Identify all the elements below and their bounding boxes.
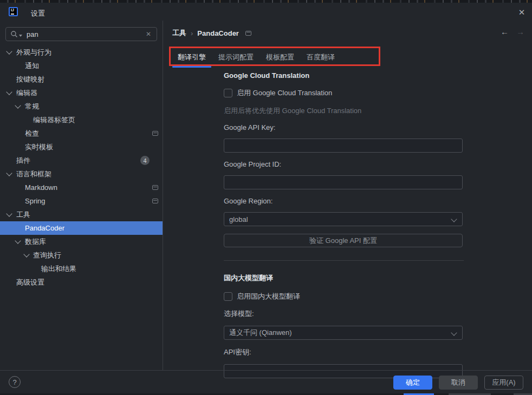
window-icon: [152, 199, 158, 203]
forward-arrow-icon: →: [516, 27, 524, 36]
search-query-text: pan: [27, 30, 145, 38]
google-region-select[interactable]: global: [224, 212, 463, 226]
breadcrumb-separator: ›: [191, 29, 193, 37]
chevron-down-icon: [6, 48, 12, 54]
chevron-down-icon: [6, 210, 12, 216]
sidebar-item-live-templates[interactable]: 实时模板: [0, 140, 163, 154]
apply-button[interactable]: 应用(A): [484, 376, 523, 390]
back-arrow-icon[interactable]: ←: [501, 27, 509, 36]
google-api-key-input[interactable]: [224, 139, 463, 153]
chevron-down-icon: [451, 330, 457, 335]
translation-engine-form: Google Cloud Translation 启用 Google Cloud…: [224, 68, 463, 378]
validate-google-api-button[interactable]: 验证 Google API 配置: [224, 234, 463, 247]
sidebar-item-database[interactable]: 数据库: [0, 235, 163, 248]
search-icon: [10, 30, 18, 38]
settings-dialog: 设置 ✕ pan ✕ 外观与行为 通知 按键映射 编辑器 常规 编辑器标签页 检…: [0, 0, 532, 395]
checkbox-icon[interactable]: [224, 292, 232, 301]
sidebar-item-appearance[interactable]: 外观与行为: [0, 45, 163, 59]
sidebar-item-notifications[interactable]: 通知: [0, 59, 163, 73]
tab-translation-engine[interactable]: 翻译引擎: [172, 49, 211, 66]
enable-domestic-model-checkbox[interactable]: 启用国内大模型翻译: [224, 292, 463, 301]
search-filter-chevron-icon: [19, 35, 22, 37]
enable-google-translation-checkbox[interactable]: 启用 Google Cloud Translation: [224, 88, 463, 98]
search-input[interactable]: pan ✕: [5, 27, 157, 41]
dialog-title: 设置: [31, 9, 45, 18]
title-bar: 设置 ✕: [0, 3, 532, 21]
clear-search-icon[interactable]: ✕: [145, 30, 152, 38]
intellij-logo-icon: [9, 7, 18, 16]
tab-prompt-config[interactable]: 提示词配置: [213, 49, 259, 66]
breadcrumb-pandacoder: PandaCoder: [197, 29, 239, 37]
cancel-button[interactable]: 取消: [439, 376, 478, 390]
window-icon: [152, 131, 158, 136]
sidebar-item-tools[interactable]: 工具: [0, 208, 163, 221]
pandacoder-tabs: 翻译引擎 提示词配置 模板配置 百度翻译: [172, 49, 342, 66]
google-hint-text: 启用后将优先使用 Google Cloud Translation: [224, 106, 463, 116]
section-divider: [224, 260, 464, 261]
plugins-count-badge: 4: [140, 156, 150, 165]
sidebar-item-inspections[interactable]: 检查: [0, 127, 163, 140]
sidebar-item-editor-tabs[interactable]: 编辑器标签页: [0, 113, 163, 127]
model-select-label: 选择模型:: [224, 309, 463, 319]
tab-baidu-translate[interactable]: 百度翻译: [301, 49, 340, 66]
settings-tree: 外观与行为 通知 按键映射 编辑器 常规 编辑器标签页 检查 实时模板 插件4 …: [0, 45, 163, 289]
sidebar-item-editor[interactable]: 编辑器: [0, 86, 163, 100]
chevron-down-icon: [23, 251, 29, 257]
active-tab-underline: [172, 66, 211, 68]
chevron-down-icon: [6, 89, 12, 95]
checkbox-icon[interactable]: [224, 89, 232, 97]
help-icon[interactable]: ?: [9, 376, 21, 388]
window-icon: [245, 31, 251, 36]
window-icon: [152, 185, 158, 190]
footer-buttons: 确定 取消 应用(A): [393, 376, 523, 390]
model-select[interactable]: 通义千问 (Qianwen): [224, 326, 463, 340]
settings-sidebar: pan ✕ 外观与行为 通知 按键映射 编辑器 常规 编辑器标签页 检查 实时模…: [0, 21, 163, 370]
sidebar-item-pandacoder[interactable]: PandaCoder: [0, 221, 163, 235]
chevron-down-icon: [6, 170, 12, 176]
sidebar-item-keymap[interactable]: 按键映射: [0, 73, 163, 86]
sidebar-item-markdown[interactable]: Markdown: [0, 181, 163, 194]
breadcrumb: 工具 › PandaCoder: [172, 28, 256, 38]
history-nav: ← →: [501, 27, 524, 36]
google-api-key-label: Google API Key:: [224, 123, 463, 131]
api-secret-label: API密钥:: [224, 347, 463, 357]
google-section-header: Google Cloud Translation: [224, 71, 463, 80]
google-project-id-input[interactable]: [224, 175, 463, 189]
dialog-footer: ? 确定 取消 应用(A): [0, 370, 532, 394]
sidebar-item-advanced-settings[interactable]: 高级设置: [0, 275, 163, 289]
chevron-down-icon: [15, 102, 21, 108]
google-region-label: Google Region:: [224, 197, 463, 205]
chevron-down-icon: [15, 238, 21, 243]
google-project-id-label: Google Project ID:: [224, 160, 463, 168]
breadcrumb-tools[interactable]: 工具: [172, 28, 186, 38]
sidebar-item-languages-frameworks[interactable]: 语言和框架: [0, 167, 163, 181]
domestic-section-header: 国内大模型翻译: [224, 273, 463, 283]
sidebar-item-output-results[interactable]: 输出和结果: [0, 262, 163, 275]
sidebar-item-general[interactable]: 常规: [0, 100, 163, 113]
tab-template-config[interactable]: 模板配置: [261, 49, 300, 66]
settings-main-panel: 工具 › PandaCoder ← → 翻译引擎 提示词配置 模板配置 百度翻译…: [163, 21, 532, 370]
ok-button[interactable]: 确定: [393, 376, 432, 390]
chevron-down-icon: [451, 216, 457, 222]
close-icon[interactable]: ✕: [517, 8, 527, 17]
sidebar-item-spring[interactable]: Spring: [0, 194, 163, 208]
sidebar-item-plugins[interactable]: 插件4: [0, 154, 163, 167]
sidebar-item-query-execution[interactable]: 查询执行: [0, 248, 163, 262]
